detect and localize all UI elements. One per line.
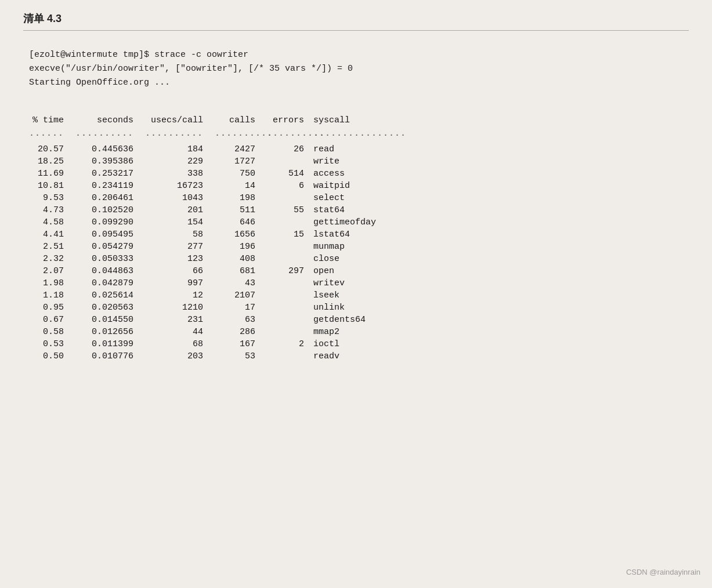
cell-calls: 53: [215, 351, 267, 361]
cell-time: 11.69: [23, 169, 75, 179]
cell-time: 1.98: [23, 278, 75, 288]
table-row: 4.41 0.095495 58 1656 15 lstat64: [23, 228, 689, 241]
table-row: 4.58 0.099290 154 646 gettimeofday: [23, 216, 689, 228]
cell-errors: [267, 327, 313, 337]
cell-time: 0.95: [23, 303, 75, 313]
cell-usecs: 229: [145, 157, 215, 166]
cell-time: 4.41: [23, 230, 75, 239]
cell-seconds: 0.011399: [75, 339, 145, 349]
cell-syscall: munmap: [313, 242, 689, 252]
terminal-line-1: [ezolt@wintermute tmp]$ strace -c oowrit…: [29, 48, 683, 62]
cell-errors: [267, 193, 313, 203]
cell-seconds: 0.014550: [75, 315, 145, 325]
cell-errors: 514: [267, 169, 313, 179]
cell-time: 1.18: [23, 291, 75, 300]
cell-syscall: mmap2: [313, 327, 689, 337]
cell-seconds: 0.025614: [75, 291, 145, 300]
cell-usecs: 184: [145, 144, 215, 154]
cell-usecs: 997: [145, 278, 215, 288]
cell-syscall: close: [313, 254, 689, 264]
header-errors: errors: [267, 115, 313, 125]
cell-time: 2.07: [23, 266, 75, 276]
cell-time: 4.58: [23, 217, 75, 227]
cell-usecs: 231: [145, 315, 215, 325]
cell-calls: 286: [215, 327, 267, 337]
cell-seconds: 0.099290: [75, 217, 145, 227]
table-row: 2.07 0.044863 66 681 297 open: [23, 265, 689, 277]
cell-seconds: 0.050333: [75, 254, 145, 264]
cell-time: 0.53: [23, 339, 75, 349]
cell-seconds: 0.206461: [75, 193, 145, 203]
cell-errors: [267, 242, 313, 252]
cell-usecs: 338: [145, 169, 215, 179]
cell-errors: [267, 315, 313, 325]
terminal-line-2: execve("/usr/bin/oowriter", ["oowriter"]…: [29, 62, 683, 76]
cell-syscall: ioctl: [313, 339, 689, 349]
divider-usecs: ..........: [145, 129, 215, 139]
table-row: 1.18 0.025614 12 2107 lseek: [23, 289, 689, 302]
cell-time: 18.25: [23, 157, 75, 166]
cell-usecs: 68: [145, 339, 215, 349]
cell-syscall: open: [313, 266, 689, 276]
cell-calls: 43: [215, 278, 267, 288]
cell-seconds: 0.234119: [75, 181, 145, 191]
cell-time: 10.81: [23, 181, 75, 191]
table-row: 9.53 0.206461 1043 198 select: [23, 192, 689, 204]
cell-errors: 297: [267, 266, 313, 276]
cell-usecs: 44: [145, 327, 215, 337]
watermark: CSDN @raindayinrain: [626, 568, 700, 576]
cell-errors: [267, 351, 313, 361]
cell-calls: 646: [215, 217, 267, 227]
cell-syscall: select: [313, 193, 689, 203]
cell-seconds: 0.054279: [75, 242, 145, 252]
table-divider: ...... .......... .......... .......... …: [23, 128, 689, 140]
cell-errors: 15: [267, 230, 313, 239]
cell-time: 20.57: [23, 144, 75, 154]
table-row: 11.69 0.253217 338 750 514 access: [23, 168, 689, 180]
cell-seconds: 0.012656: [75, 327, 145, 337]
cell-usecs: 58: [145, 230, 215, 239]
cell-syscall: read: [313, 144, 689, 154]
divider-syscall: ................: [313, 129, 689, 139]
cell-seconds: 0.020563: [75, 303, 145, 313]
cell-calls: 511: [215, 205, 267, 215]
divider-calls: ..........: [215, 129, 267, 139]
cell-usecs: 66: [145, 266, 215, 276]
cell-syscall: gettimeofday: [313, 217, 689, 227]
cell-errors: [267, 303, 313, 313]
cell-syscall: getdents64: [313, 315, 689, 325]
table-row: 20.57 0.445636 184 2427 26 read: [23, 143, 689, 155]
cell-usecs: 1043: [145, 193, 215, 203]
table-row: 0.50 0.010776 203 53 readv: [23, 350, 689, 362]
header-usecs: usecs/call: [145, 115, 215, 125]
header-calls: calls: [215, 115, 267, 125]
cell-syscall: unlink: [313, 303, 689, 313]
cell-seconds: 0.010776: [75, 351, 145, 361]
cell-calls: 2427: [215, 144, 267, 154]
cell-syscall: write: [313, 157, 689, 166]
cell-syscall: lseek: [313, 291, 689, 300]
cell-calls: 2107: [215, 291, 267, 300]
cell-errors: [267, 157, 313, 166]
cell-usecs: 277: [145, 242, 215, 252]
table-row: 1.98 0.042879 997 43 writev: [23, 277, 689, 289]
table-row: 0.53 0.011399 68 167 2 ioctl: [23, 338, 689, 350]
cell-errors: [267, 217, 313, 227]
cell-syscall: access: [313, 169, 689, 179]
cell-errors: [267, 291, 313, 300]
cell-time: 0.58: [23, 327, 75, 337]
cell-time: 2.51: [23, 242, 75, 252]
table-row: 2.51 0.054279 277 196 munmap: [23, 241, 689, 253]
cell-calls: 17: [215, 303, 267, 313]
cell-calls: 198: [215, 193, 267, 203]
cell-errors: [267, 254, 313, 264]
data-table: % time seconds usecs/call calls errors s…: [23, 113, 689, 362]
cell-errors: 26: [267, 144, 313, 154]
cell-seconds: 0.445636: [75, 144, 145, 154]
page-title: 清单 4.3: [23, 12, 689, 31]
divider-seconds: ..........: [75, 129, 145, 139]
cell-syscall: stat64: [313, 205, 689, 215]
cell-seconds: 0.042879: [75, 278, 145, 288]
table-row: 10.81 0.234119 16723 14 6 waitpid: [23, 180, 689, 192]
cell-calls: 14: [215, 181, 267, 191]
